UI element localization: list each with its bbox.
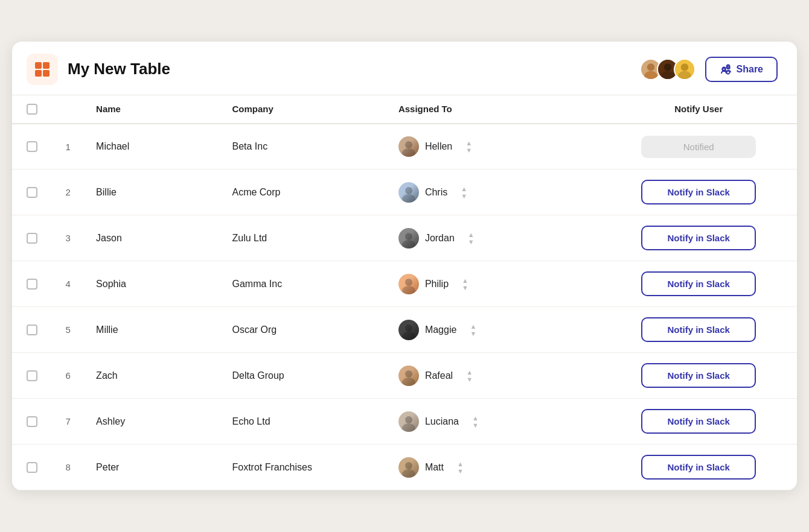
assigned-name: Jordan: [425, 233, 455, 244]
data-table: Name Company Assigned To Notify User 1Mi…: [12, 95, 797, 491]
header-assigned-col: Assigned To: [389, 95, 601, 124]
page-title: My New Table: [68, 60, 170, 78]
row-notify-cell: Notify in Slack: [600, 261, 797, 307]
header-left: My New Table: [27, 54, 170, 85]
share-icon: [720, 63, 732, 75]
row-notify-cell: Notify in Slack: [600, 445, 797, 490]
row-number: 8: [56, 445, 87, 490]
sort-arrows[interactable]: ▲▼: [457, 460, 464, 475]
row-company: Gamma Inc: [222, 261, 388, 307]
notify-slack-button[interactable]: Notify in Slack: [641, 409, 756, 434]
notify-slack-button[interactable]: Notify in Slack: [641, 226, 756, 250]
notify-slack-button[interactable]: Notify in Slack: [641, 317, 756, 342]
svg-point-40: [405, 416, 412, 423]
svg-point-11: [680, 63, 688, 71]
row-company: Beta Inc: [222, 124, 388, 169]
row-notify-cell: Notified: [600, 124, 797, 169]
row-notify-cell: Notify in Slack: [600, 215, 797, 261]
row-checkbox-1[interactable]: [27, 141, 37, 152]
svg-point-25: [405, 187, 412, 194]
row-name: Jason: [86, 215, 222, 261]
sort-arrows[interactable]: ▲▼: [465, 139, 472, 154]
row-assigned: Maggie▲▼: [389, 307, 601, 353]
row-number: 4: [56, 261, 87, 307]
svg-point-5: [647, 63, 654, 71]
row-checkbox-2[interactable]: [27, 187, 37, 198]
table-row: 4SophiaGamma Inc Philip▲▼Notify in Slack: [12, 261, 797, 307]
row-assigned: Chris▲▼: [389, 169, 601, 215]
assigned-avatar: [398, 320, 419, 340]
svg-point-22: [405, 141, 412, 148]
row-number: 3: [56, 215, 87, 261]
notify-slack-button[interactable]: Notify in Slack: [641, 363, 756, 388]
svg-rect-1: [43, 62, 50, 69]
notify-slack-button[interactable]: Notify in Slack: [641, 271, 756, 296]
header: My New Table: [12, 42, 797, 95]
sort-arrows[interactable]: ▲▼: [462, 277, 468, 291]
row-assigned: Matt▲▼: [389, 445, 601, 490]
assigned-name: Philip: [425, 279, 449, 290]
header-right: Share: [640, 57, 778, 82]
share-button[interactable]: Share: [705, 57, 778, 82]
row-assigned: Jordan▲▼: [389, 215, 601, 261]
sort-arrows[interactable]: ▲▼: [472, 414, 479, 429]
svg-point-8: [664, 63, 671, 71]
row-number: 5: [56, 307, 87, 353]
table-header-row: Name Company Assigned To Notify User: [12, 95, 797, 124]
table-icon: [27, 54, 58, 85]
row-name: Sophia: [86, 261, 222, 307]
svg-point-37: [405, 370, 412, 378]
table-row: 5MillieOscar Org Maggie▲▼Notify in Slack: [12, 307, 797, 353]
table-row: 3JasonZulu Ltd Jordan▲▼Notify in Slack: [12, 215, 797, 261]
svg-point-31: [405, 279, 412, 286]
collaborators-avatars: [640, 59, 695, 80]
assigned-avatar: [398, 136, 419, 157]
svg-point-43: [405, 462, 412, 469]
row-checkbox-6[interactable]: [27, 370, 37, 381]
assigned-name: Hellen: [425, 141, 452, 152]
svg-point-19: [722, 67, 725, 70]
row-notify-cell: Notify in Slack: [600, 399, 797, 445]
row-number: 2: [56, 169, 87, 215]
app-container: My New Table: [12, 42, 797, 491]
svg-point-28: [405, 233, 412, 240]
row-checkbox-8[interactable]: [27, 462, 37, 473]
row-assigned: Luciana▲▼: [389, 399, 601, 445]
row-checkbox-7[interactable]: [27, 416, 37, 427]
row-company: Foxtrot Franchises: [222, 445, 388, 490]
row-checkbox-5[interactable]: [27, 325, 37, 335]
row-name: Billie: [86, 169, 222, 215]
header-checkbox-col: [12, 95, 56, 124]
sort-arrows[interactable]: ▲▼: [466, 369, 473, 383]
assigned-avatar: [398, 182, 419, 203]
header-notify-col: Notify User: [600, 95, 797, 124]
table-row: 6ZachDelta Group Rafeal▲▼Notify in Slack: [12, 353, 797, 399]
header-name-col: Name: [86, 95, 222, 124]
assigned-name: Matt: [425, 462, 444, 473]
row-number: 1: [56, 124, 87, 169]
row-name: Zach: [86, 353, 222, 399]
svg-rect-2: [35, 70, 42, 77]
table-row: 7AshleyEcho Ltd Luciana▲▼Notify in Slack: [12, 399, 797, 445]
row-name: Michael: [86, 124, 222, 169]
sort-arrows[interactable]: ▲▼: [470, 323, 476, 337]
notify-slack-button[interactable]: Notify in Slack: [641, 180, 756, 204]
row-company: Delta Group: [222, 353, 388, 399]
svg-rect-0: [35, 62, 42, 69]
row-assigned: Philip▲▼: [389, 261, 601, 307]
row-checkbox-4[interactable]: [27, 279, 37, 290]
row-company: Echo Ltd: [222, 399, 388, 445]
select-all-checkbox[interactable]: [27, 104, 37, 115]
sort-arrows[interactable]: ▲▼: [461, 185, 467, 200]
table-row: 2BillieAcme Corp Chris▲▼Notify in Slack: [12, 169, 797, 215]
notify-slack-button[interactable]: Notify in Slack: [641, 455, 756, 480]
assigned-avatar: [398, 366, 419, 386]
table-svg-icon: [34, 61, 51, 78]
row-name: Peter: [86, 445, 222, 490]
row-checkbox-3[interactable]: [27, 233, 37, 244]
assigned-avatar: [398, 457, 419, 478]
assigned-avatar: [398, 411, 419, 432]
sort-arrows[interactable]: ▲▼: [468, 231, 475, 245]
avatar-3: [674, 59, 695, 80]
assigned-name: Rafeal: [425, 370, 453, 381]
